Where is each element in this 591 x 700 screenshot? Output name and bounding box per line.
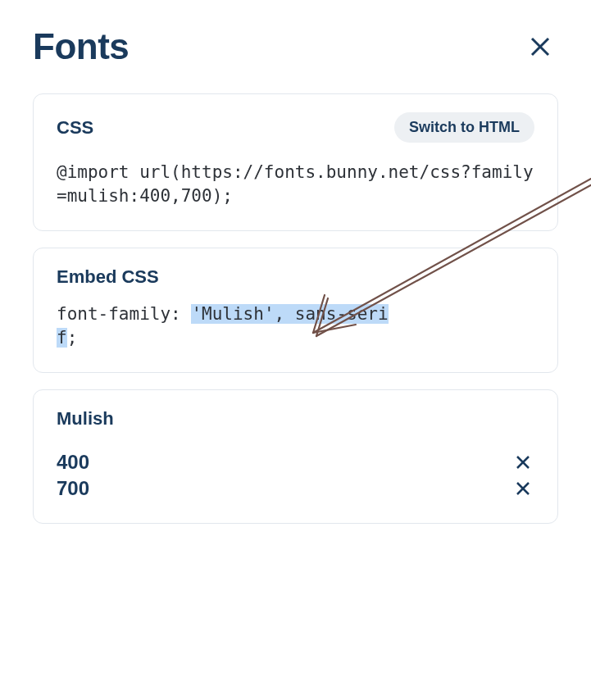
- font-weight-value: 400: [57, 451, 89, 474]
- font-weight-value: 700: [57, 477, 89, 500]
- css-card-header: CSS Switch to HTML: [57, 112, 534, 143]
- embed-code-suffix: ;: [67, 328, 78, 348]
- embed-code-highlight-2: f: [57, 328, 67, 348]
- page-title: Fonts: [33, 26, 129, 67]
- font-weights-list: 400 700: [57, 449, 534, 502]
- panel-header: Fonts: [0, 0, 591, 84]
- font-weight-row: 400: [57, 449, 534, 475]
- css-card-title: CSS: [57, 117, 93, 139]
- remove-weight-button[interactable]: [511, 477, 534, 500]
- close-button[interactable]: [522, 29, 558, 65]
- css-import-card: CSS Switch to HTML @import url(https://f…: [33, 93, 558, 231]
- embed-code-prefix: font-family:: [57, 304, 191, 324]
- switch-to-html-button[interactable]: Switch to HTML: [394, 112, 534, 143]
- remove-weight-button[interactable]: [511, 451, 534, 474]
- font-weight-row: 700: [57, 475, 534, 502]
- embed-card-title: Embed CSS: [57, 266, 159, 288]
- css-import-code[interactable]: @import url(https://fonts.bunny.net/css?…: [57, 161, 534, 209]
- font-family-name: Mulish: [57, 408, 534, 430]
- embed-code-highlight-1: 'Mulish', sans-seri: [191, 304, 388, 324]
- close-icon: [515, 480, 531, 497]
- embed-css-card: Embed CSS font-family: 'Mulish', sans-se…: [33, 248, 558, 373]
- close-icon: [529, 35, 552, 58]
- close-icon: [515, 454, 531, 470]
- embed-css-code[interactable]: font-family: 'Mulish', sans-serif;: [57, 302, 534, 351]
- font-family-card: Mulish 400 700: [33, 389, 558, 524]
- embed-card-header: Embed CSS: [57, 266, 534, 288]
